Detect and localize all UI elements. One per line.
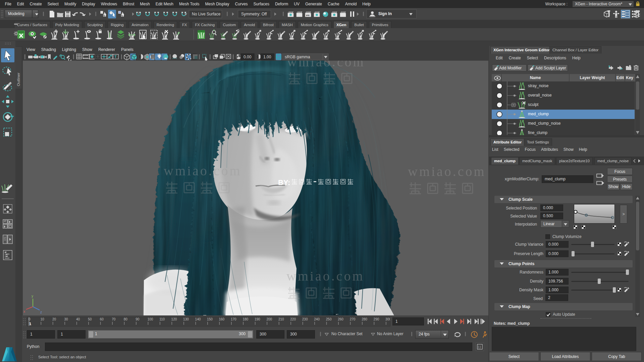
svg-text:270: 270	[350, 317, 356, 321]
svg-text:1: 1	[29, 322, 31, 326]
svg-text:30: 30	[64, 317, 68, 321]
svg-text:0: 0	[29, 317, 31, 321]
svg-text:0.00: 0.00	[244, 55, 252, 59]
svg-text:z: z	[40, 310, 42, 314]
svg-text:{;}: {;}	[478, 345, 481, 349]
svg-text:40: 40	[76, 317, 80, 321]
svg-text:220: 220	[290, 317, 296, 321]
svg-text:20: 20	[52, 317, 56, 321]
svg-text:90: 90	[136, 317, 140, 321]
svg-text:BY:: BY:	[278, 178, 290, 187]
svg-text:y: y	[32, 294, 33, 298]
svg-text:sRGB gamma: sRGB gamma	[285, 55, 310, 59]
svg-text:80: 80	[124, 317, 128, 321]
svg-text:60: 60	[100, 317, 104, 321]
svg-text:100: 100	[148, 317, 153, 321]
svg-text:110: 110	[159, 317, 165, 321]
svg-text:wmiao.com: wmiao.com	[287, 61, 365, 69]
svg-text:240: 240	[314, 317, 320, 321]
svg-text:130: 130	[183, 317, 189, 321]
svg-text:300: 300	[385, 317, 390, 321]
svg-text:260: 260	[338, 317, 343, 321]
svg-text:IPR: IPR	[306, 14, 310, 16]
svg-text:120: 120	[171, 317, 177, 321]
svg-text:200: 200	[266, 317, 272, 321]
svg-text:T: T	[114, 55, 117, 59]
svg-text:70: 70	[112, 317, 116, 321]
svg-text:ON: ON	[276, 56, 280, 59]
svg-text:1.00: 1.00	[263, 55, 271, 59]
svg-text:50: 50	[88, 317, 92, 321]
svg-text:10: 10	[41, 317, 45, 321]
svg-text:250: 250	[326, 317, 332, 321]
svg-text:x: x	[23, 310, 25, 313]
svg-text:wmiao.com: wmiao.com	[164, 163, 242, 178]
svg-text:170: 170	[231, 317, 236, 321]
svg-text:160: 160	[219, 317, 225, 321]
svg-text:180: 180	[243, 317, 249, 321]
svg-text:230: 230	[302, 317, 308, 321]
svg-text:280: 280	[362, 317, 367, 321]
svg-text:190: 190	[255, 317, 260, 321]
svg-text:140: 140	[195, 317, 201, 321]
svg-text:wmiao.com: wmiao.com	[286, 268, 365, 284]
svg-text:wmiao.com: wmiao.com	[408, 164, 486, 179]
svg-text:150: 150	[207, 317, 213, 321]
svg-text:210: 210	[278, 317, 284, 321]
svg-text:290: 290	[374, 317, 379, 321]
